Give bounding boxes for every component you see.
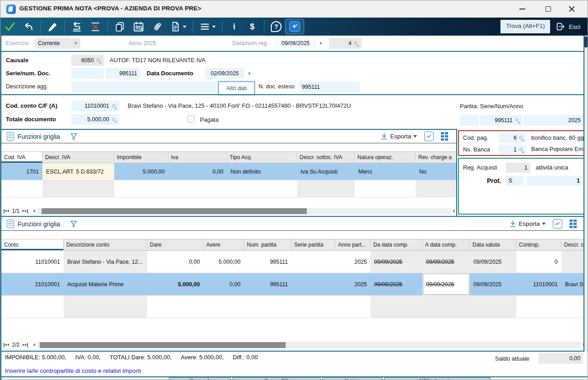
cell-anno-partita[interactable]: 2025 bbox=[335, 273, 370, 295]
grid2-hscrollbar[interactable] bbox=[37, 342, 581, 348]
cell-iva[interactable]: 0,00 bbox=[168, 163, 227, 180]
bottom-tab-1[interactable]: Pagina A bbox=[169, 377, 231, 380]
grid2-row-selected[interactable]: 21010001 Acquisti Materie Prime 5.000,00… bbox=[1, 273, 585, 296]
grid1-header-cod-iva[interactable]: Cod. IVA bbox=[1, 152, 42, 163]
cell-dare[interactable]: 5.000,00 bbox=[147, 273, 204, 295]
delete-row-button[interactable] bbox=[86, 19, 105, 34]
grid-layout-icon[interactable] bbox=[569, 220, 577, 228]
grid2-header-anno-partita[interactable]: Anno part... bbox=[335, 239, 370, 250]
scrollbar-thumb[interactable] bbox=[42, 208, 307, 214]
cell-conto[interactable]: 11010001 bbox=[1, 251, 64, 273]
cell-data-valuta[interactable]: 09/09/2025 bbox=[470, 251, 516, 273]
cell-descr[interactable]: Bravi Ste bbox=[561, 273, 585, 295]
altri-dati-button[interactable]: Altri dati bbox=[218, 82, 255, 95]
totale-documento-field[interactable]: 5.000,00 bbox=[71, 114, 119, 125]
last-page-button[interactable] bbox=[21, 343, 29, 347]
close-button[interactable] bbox=[564, 3, 579, 15]
grid2-header-a-data-comp[interactable]: A data comp. bbox=[422, 239, 470, 250]
grid1-row-selected[interactable]: 1701 ESCL.ART. 5 D.633/72 5.000,00 0,00 … bbox=[1, 163, 456, 180]
documents-menu-button[interactable] bbox=[167, 19, 190, 34]
grid-functions-icon[interactable] bbox=[7, 132, 14, 141]
bottom-tab-3[interactable]: Notizie bbox=[322, 377, 383, 380]
grid1-header-iva[interactable]: Iva bbox=[168, 152, 227, 163]
grid2-header-da-data-comp[interactable]: Da data comp. bbox=[370, 239, 422, 250]
grid2-header-conto[interactable]: Conto bbox=[1, 239, 64, 250]
chart-view-icon[interactable] bbox=[424, 132, 434, 141]
num-registrazione-field[interactable]: 4 bbox=[329, 38, 361, 49]
cell-serie-partita[interactable] bbox=[292, 273, 335, 295]
grid2-header-data-valuta[interactable]: Data valuta bbox=[470, 239, 516, 250]
cell-controp[interactable]: 0 bbox=[516, 251, 561, 273]
cell-data-valuta[interactable]: 09/09/2025 bbox=[470, 273, 516, 295]
maximize-button[interactable] bbox=[541, 3, 556, 15]
grid1-header-natura-operaz[interactable]: Natura operaz. bbox=[355, 152, 416, 163]
cell-descrizione-conto[interactable]: Acquisti Materie Prime bbox=[64, 273, 147, 295]
cell-a-data-comp[interactable]: 09/09/2025 bbox=[422, 251, 470, 273]
scroll-right-icon[interactable] bbox=[453, 209, 455, 213]
grid1-header-imponibile[interactable]: Imponibile bbox=[114, 152, 168, 163]
grid2-header-descrizione-conto[interactable]: Descrizione conto bbox=[64, 239, 147, 250]
ns-banca-field[interactable]: 1 bbox=[499, 145, 527, 155]
data-documento-field[interactable]: 02/09/2025 bbox=[205, 68, 244, 79]
data-registrazione-field[interactable]: 09/09/2025 bbox=[275, 38, 316, 49]
trova-shortcut[interactable]: Trova (Alt+F1) bbox=[500, 20, 550, 33]
first-page-button[interactable] bbox=[2, 343, 10, 347]
cell-da-data-comp[interactable]: 09/09/2025 bbox=[370, 251, 422, 273]
chart-view-icon[interactable] bbox=[553, 219, 562, 229]
cell-cod-iva[interactable]: 1701 bbox=[1, 163, 42, 180]
chevron-right-icon[interactable] bbox=[320, 41, 322, 45]
cell-num-partita[interactable]: 995111 bbox=[244, 251, 292, 273]
grid1-header-descr-sottoc[interactable]: Descr. sottoc. IVA bbox=[297, 152, 355, 163]
attachments-button[interactable] bbox=[148, 19, 167, 34]
cell-conto[interactable]: 21010001 bbox=[1, 273, 64, 295]
descrizione-agg-field[interactable] bbox=[71, 82, 217, 92]
undo-button[interactable] bbox=[19, 19, 38, 34]
partita-num-field[interactable]: 995111 bbox=[480, 115, 523, 126]
partita-anno-field[interactable]: 2025 bbox=[524, 115, 583, 126]
cell-controp[interactable]: 11010001 bbox=[516, 273, 561, 295]
cell-anno-partita[interactable]: 2025 bbox=[335, 251, 370, 273]
bottom-tab-4[interactable]: NTS informatica bbox=[384, 377, 491, 380]
grid2-header-serie-partita[interactable]: Serie partita bbox=[292, 239, 335, 250]
grid1-header-rev-charge[interactable]: Rev. charge a bbox=[416, 152, 456, 163]
grid2-header-num-partita[interactable]: Num. partita bbox=[244, 239, 292, 250]
cell-descr-iva[interactable]: ESCL.ART. 5 D.633/72 bbox=[42, 163, 114, 180]
cell-avere[interactable]: 5.000,00 bbox=[204, 251, 244, 273]
edit-button[interactable] bbox=[44, 19, 62, 34]
chevron-right-icon[interactable] bbox=[249, 72, 251, 75]
num-doc-field[interactable]: 995111 bbox=[106, 68, 140, 79]
grid2-row-empty[interactable] bbox=[1, 296, 585, 318]
cell-imponibile[interactable]: 5.000,00 bbox=[114, 163, 168, 180]
grid2-header-dare[interactable]: Dare bbox=[147, 239, 204, 250]
cell-avere[interactable]: 0,00 bbox=[204, 273, 244, 295]
grid1-header-tipo-acq[interactable]: Tipo Acq. bbox=[227, 152, 297, 163]
help-button[interactable]: ? bbox=[267, 19, 285, 34]
minimize-button[interactable] bbox=[514, 3, 530, 15]
search-registrations-button[interactable] bbox=[129, 19, 148, 34]
currency-button[interactable]: $ bbox=[243, 19, 261, 34]
grid1-hscrollbar[interactable] bbox=[37, 208, 451, 215]
reg-acquisti-field[interactable]: 1 bbox=[506, 163, 530, 173]
grid1-header-descr-iva[interactable]: Descr. IVA bbox=[42, 152, 114, 163]
scroll-left-icon[interactable] bbox=[33, 209, 35, 213]
prot-serie-field[interactable]: S bbox=[506, 176, 524, 186]
n-doc-esteso-field[interactable]: 995111 bbox=[299, 82, 360, 92]
cell-da-data-comp[interactable]: 09/09/2025 bbox=[370, 273, 422, 295]
ai-assistant-button[interactable] bbox=[285, 19, 304, 34]
funzioni-griglia-label[interactable]: Funzioni griglia bbox=[18, 133, 60, 140]
bottom-tab-2[interactable]: Pagina Offi bbox=[232, 377, 321, 380]
grid-layout-icon[interactable] bbox=[441, 132, 448, 141]
causale-code-field[interactable]: 6050 bbox=[71, 55, 104, 66]
cell-descrizione-conto[interactable]: Bravi Stefano - Via Pace, 12... bbox=[64, 251, 147, 273]
filter-funnel-icon[interactable] bbox=[70, 220, 78, 228]
confirm-button[interactable] bbox=[0, 19, 19, 34]
scrollbar-thumb[interactable] bbox=[40, 342, 286, 348]
menu-button[interactable] bbox=[196, 19, 219, 34]
cell-dare[interactable]: 0,00 bbox=[147, 251, 204, 273]
cod-pag-field[interactable]: 6 bbox=[499, 133, 527, 143]
vertical-scrollbar[interactable] bbox=[584, 36, 588, 352]
cell-rev-charge[interactable]: No bbox=[416, 163, 456, 180]
serie-doc-field[interactable] bbox=[71, 68, 104, 79]
grid1-row-empty[interactable] bbox=[1, 180, 456, 197]
scrollbar-thumb[interactable] bbox=[584, 37, 588, 47]
